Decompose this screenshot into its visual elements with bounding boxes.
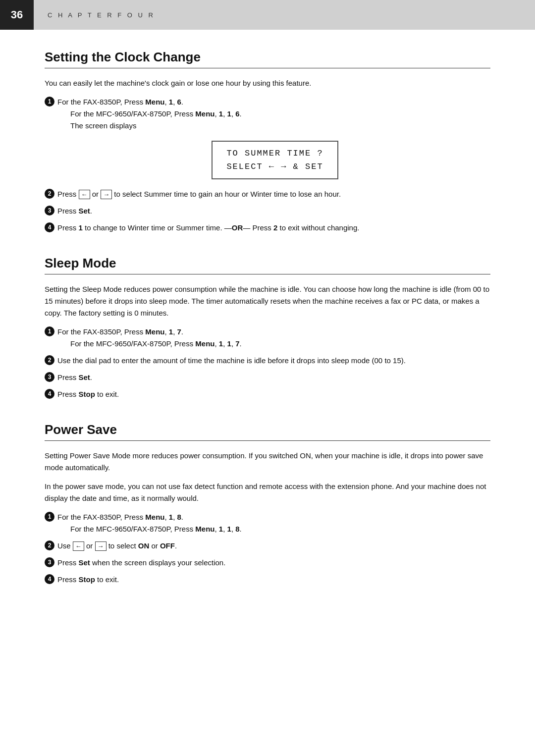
chapter-label: C H A P T E R F O U R [48, 11, 155, 19]
sleep-step-num-1: 1 [45, 326, 57, 336]
lcd-line2: SELECT ← → & SET [226, 160, 323, 173]
clock-step-3-text: Press Set. [57, 205, 490, 217]
clock-step-3: 3 Press Set. [45, 205, 490, 217]
clock-step-2: 2 Press ← or → to select Summer time to … [45, 188, 490, 200]
lcd-display-container: TO SUMMER TIME ? SELECT ← → & SET [45, 141, 490, 179]
section-sleep-mode: Sleep Mode Setting the Sleep Mode reduce… [45, 256, 490, 400]
section-divider-power [45, 440, 490, 441]
clock-step-4-text: Press 1 to change to Winter time or Summ… [57, 222, 490, 234]
section-power-save: Power Save Setting Power Save Mode more … [45, 422, 490, 586]
power-step-num-4: 4 [45, 574, 57, 584]
sleep-step-num-2: 2 [45, 355, 57, 365]
clock-step-4: 4 Press 1 to change to Winter time or Su… [45, 222, 490, 234]
main-content: Setting the Clock Change You can easily … [0, 30, 535, 637]
sleep-step-4: 4 Press Stop to exit. [45, 388, 490, 400]
section-title-clock-change: Setting the Clock Change [45, 50, 490, 65]
sleep-intro: Setting the Sleep Mode reduces power con… [45, 283, 490, 319]
power-step-3: 3 Press Set when the screen displays you… [45, 557, 490, 569]
power-steps: 1 For the FAX-8350P, Press Menu, 1, 8. F… [45, 511, 490, 586]
section-divider-sleep [45, 274, 490, 274]
power-step-3-text: Press Set when the screen displays your … [57, 557, 490, 569]
power-intro2: In the power save mode, you can not use … [45, 481, 490, 504]
power-step-2-text: Use ← or → to select ON or OFF. [57, 540, 490, 552]
power-step-1-sub1: For the MFC-9650/FAX-8750P, Press Menu, … [70, 525, 242, 533]
lcd-line1: TO SUMMER TIME ? [226, 147, 323, 160]
sleep-step-3-text: Press Set. [57, 372, 490, 383]
power-step-num-1: 1 [45, 511, 57, 522]
sleep-step-1-text: For the FAX-8350P, Press Menu, 1, 7. For… [57, 326, 490, 350]
sleep-step-4-text: Press Stop to exit. [57, 388, 490, 400]
sleep-step-2: 2 Use the dial pad to enter the amount o… [45, 355, 490, 367]
power-step-num-3: 3 [45, 557, 57, 567]
sleep-step-num-3: 3 [45, 372, 57, 382]
lcd-display: TO SUMMER TIME ? SELECT ← → & SET [59, 141, 490, 179]
section-divider-clock [45, 68, 490, 68]
clock-intro: You can easily let the machine's clock g… [45, 77, 490, 89]
clock-step-num-1: 1 [45, 96, 57, 107]
clock-step-num-4: 4 [45, 222, 57, 232]
power-step-num-2: 2 [45, 540, 57, 550]
clock-step-num-2: 2 [45, 188, 57, 199]
sleep-step-3: 3 Press Set. [45, 372, 490, 383]
power-step-2: 2 Use ← or → to select ON or OFF. [45, 540, 490, 552]
clock-step-2-text: Press ← or → to select Summer time to ga… [57, 188, 490, 200]
sleep-step-1-sub1: For the MFC-9650/FAX-8750P, Press Menu, … [70, 339, 242, 348]
power-step-4-text: Press Stop to exit. [57, 574, 490, 586]
page-header: 36 C H A P T E R F O U R [0, 0, 535, 30]
sleep-step-1: 1 For the FAX-8350P, Press Menu, 1, 7. F… [45, 326, 490, 350]
clock-step-1: 1 For the FAX-8350P, Press Menu, 1, 6. F… [45, 96, 490, 132]
clock-step-1-sub1: For the MFC-9650/FAX-8750P, Press Menu, … [70, 109, 242, 118]
clock-step-1-sub2: The screen displays [70, 121, 136, 130]
sleep-step-2-text: Use the dial pad to enter the amount of … [57, 355, 490, 367]
clock-step-num-3: 3 [45, 205, 57, 216]
power-step-1-text: For the FAX-8350P, Press Menu, 1, 8. For… [57, 511, 490, 535]
clock-step-1-text: For the FAX-8350P, Press Menu, 1, 6. For… [57, 96, 490, 132]
clock-steps: 1 For the FAX-8350P, Press Menu, 1, 6. F… [45, 96, 490, 234]
lcd-box: TO SUMMER TIME ? SELECT ← → & SET [212, 141, 338, 179]
power-intro1: Setting Power Save Mode more reduces pow… [45, 450, 490, 474]
section-title-sleep: Sleep Mode [45, 256, 490, 271]
section-clock-change: Setting the Clock Change You can easily … [45, 50, 490, 234]
power-step-4: 4 Press Stop to exit. [45, 574, 490, 586]
power-step-1: 1 For the FAX-8350P, Press Menu, 1, 8. F… [45, 511, 490, 535]
sleep-step-num-4: 4 [45, 388, 57, 399]
section-title-power-save: Power Save [45, 422, 490, 437]
sleep-steps: 1 For the FAX-8350P, Press Menu, 1, 7. F… [45, 326, 490, 400]
page-number: 36 [0, 0, 34, 30]
